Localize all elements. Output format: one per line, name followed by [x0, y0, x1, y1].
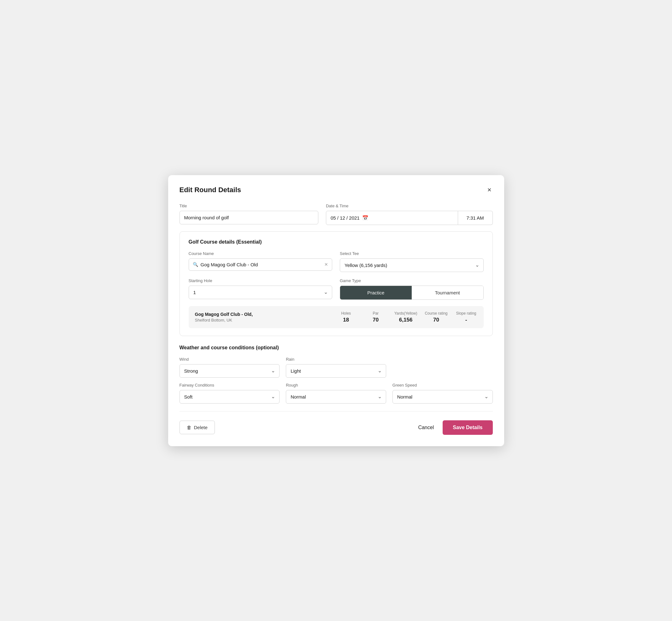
par-label: Par	[373, 311, 379, 316]
modal-title: Edit Round Details	[179, 186, 241, 194]
course-rating-label: Course rating	[425, 311, 447, 316]
time-input[interactable]: 7:31 AM	[458, 211, 493, 225]
course-stat-par: Par 70	[365, 311, 387, 323]
select-tee-label: Select Tee	[340, 251, 484, 256]
rough-group: Rough Normal Short Long	[286, 383, 386, 404]
rain-group: Rain Light None Moderate Heavy	[286, 357, 386, 378]
fairway-rough-green-row: Fairway Conditions Soft Normal Hard Roug…	[179, 383, 493, 404]
time-value: 7:31 AM	[466, 215, 484, 220]
clear-course-icon[interactable]: ✕	[324, 262, 328, 267]
fairway-label: Fairway Conditions	[179, 383, 280, 387]
course-stat-course-rating: Course rating 70	[425, 311, 447, 323]
select-tee-group: Select Tee Yellow (6,156 yards) White Bl…	[340, 251, 484, 272]
title-input[interactable]	[179, 211, 318, 224]
golf-course-title: Golf Course details (Essential)	[189, 239, 484, 245]
game-type-toggle: Practice Tournament	[340, 286, 484, 300]
wind-select-container[interactable]: Strong Light Moderate None	[179, 364, 280, 378]
select-tee-container[interactable]: Yellow (6,156 yards) White Blue Red	[340, 258, 484, 272]
course-rating-value: 70	[433, 317, 439, 323]
starting-hole-dropdown[interactable]: 1 2 10	[189, 286, 333, 299]
tournament-toggle-button[interactable]: Tournament	[412, 286, 483, 299]
search-icon: 🔍	[193, 262, 198, 267]
footer-right: Cancel Save Details	[416, 420, 493, 435]
wind-rain-row: Wind Strong Light Moderate None Rain Lig…	[179, 357, 493, 378]
fairway-select-container[interactable]: Soft Normal Hard	[179, 390, 280, 404]
course-stat-yards: Yards(Yellow) 6,156	[394, 311, 417, 323]
save-button[interactable]: Save Details	[443, 420, 493, 435]
course-name-group: Course Name 🔍 ✕	[189, 251, 333, 271]
course-name-label: Course Name	[189, 251, 333, 256]
title-label: Title	[179, 204, 318, 208]
rough-label: Rough	[286, 383, 386, 387]
footer-row: 🗑 Delete Cancel Save Details	[179, 420, 493, 435]
select-tee-dropdown[interactable]: Yellow (6,156 yards) White Blue Red	[340, 258, 484, 272]
holes-label: Holes	[341, 311, 351, 316]
hole-gametype-row: Starting Hole 1 2 10 Game Type Practice …	[189, 278, 484, 300]
green-speed-select-container[interactable]: Normal Slow Fast	[392, 390, 493, 404]
modal-header: Edit Round Details ×	[179, 185, 493, 195]
date-value: 05 / 12 / 2021	[331, 215, 360, 220]
weather-section-title: Weather and course conditions (optional)	[179, 345, 493, 350]
edit-round-modal: Edit Round Details × Title Date & Time 0…	[168, 175, 504, 446]
course-name-search-wrap[interactable]: 🔍 ✕	[189, 258, 333, 271]
course-tee-row: Course Name 🔍 ✕ Select Tee Yellow (6,156…	[189, 251, 484, 272]
calendar-icon: 📅	[362, 215, 369, 221]
fairway-group: Fairway Conditions Soft Normal Hard	[179, 383, 280, 404]
datetime-group: Date & Time 05 / 12 / 2021 📅 7:31 AM	[326, 204, 493, 225]
title-datetime-row: Title Date & Time 05 / 12 / 2021 📅 7:31 …	[179, 204, 493, 225]
starting-hole-group: Starting Hole 1 2 10	[189, 278, 333, 299]
course-name-input[interactable]	[201, 262, 322, 267]
rain-label: Rain	[286, 357, 386, 362]
date-input[interactable]: 05 / 12 / 2021 📅	[326, 211, 458, 225]
holes-value: 18	[343, 317, 349, 323]
game-type-label: Game Type	[340, 278, 484, 283]
green-speed-group: Green Speed Normal Slow Fast	[392, 383, 493, 404]
green-speed-dropdown[interactable]: Normal Slow Fast	[392, 390, 493, 404]
green-speed-label: Green Speed	[392, 383, 493, 387]
course-info-name-col: Gog Magog Golf Club - Old, Shelford Bott…	[195, 312, 328, 323]
yards-label: Yards(Yellow)	[394, 311, 417, 316]
course-info-location: Shelford Bottom, UK	[195, 318, 328, 323]
slope-rating-label: Slope rating	[456, 311, 476, 316]
par-value: 70	[373, 317, 379, 323]
delete-label: Delete	[194, 425, 208, 430]
course-info-name: Gog Magog Golf Club - Old,	[195, 312, 328, 317]
practice-toggle-button[interactable]: Practice	[340, 286, 412, 299]
course-info-row: Gog Magog Golf Club - Old, Shelford Bott…	[189, 306, 484, 328]
trash-icon: 🗑	[187, 425, 192, 430]
cancel-button[interactable]: Cancel	[416, 421, 436, 434]
delete-button[interactable]: 🗑 Delete	[179, 421, 215, 434]
starting-hole-container[interactable]: 1 2 10	[189, 286, 333, 299]
golf-course-section: Golf Course details (Essential) Course N…	[179, 231, 493, 336]
rough-select-container[interactable]: Normal Short Long	[286, 390, 386, 404]
yards-value: 6,156	[399, 317, 413, 323]
rough-dropdown[interactable]: Normal Short Long	[286, 390, 386, 404]
rain-dropdown[interactable]: Light None Moderate Heavy	[286, 364, 386, 378]
slope-rating-value: -	[465, 317, 467, 323]
close-button[interactable]: ×	[486, 185, 493, 195]
course-stat-slope-rating: Slope rating -	[455, 311, 477, 323]
game-type-group: Game Type Practice Tournament	[340, 278, 484, 300]
title-group: Title	[179, 204, 318, 224]
wind-label: Wind	[179, 357, 280, 362]
wind-dropdown[interactable]: Strong Light Moderate None	[179, 364, 280, 378]
starting-hole-label: Starting Hole	[189, 278, 333, 283]
wind-group: Wind Strong Light Moderate None	[179, 357, 280, 378]
course-stat-holes: Holes 18	[335, 311, 357, 323]
fairway-dropdown[interactable]: Soft Normal Hard	[179, 390, 280, 404]
rain-select-container[interactable]: Light None Moderate Heavy	[286, 364, 386, 378]
weather-section: Weather and course conditions (optional)…	[179, 345, 493, 404]
datetime-label: Date & Time	[326, 204, 493, 208]
